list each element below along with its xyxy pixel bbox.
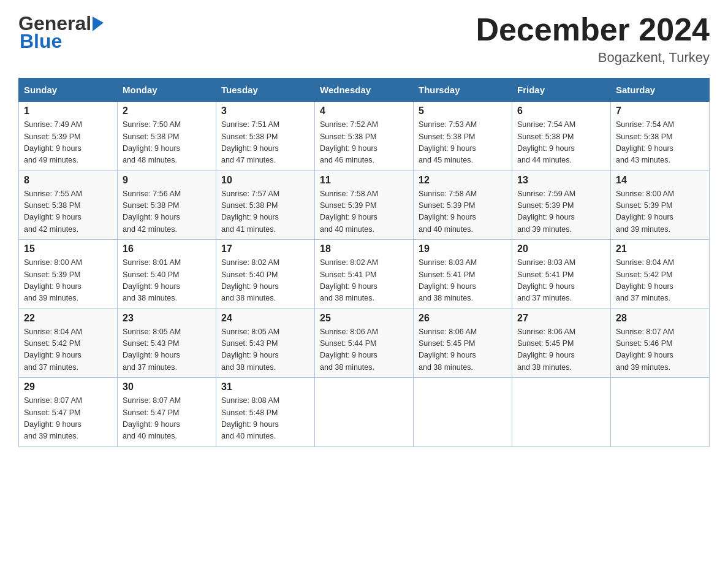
day-cell: 6Sunrise: 7:54 AMSunset: 5:38 PMDaylight…: [512, 102, 611, 171]
day-info: Sunrise: 7:58 AMSunset: 5:39 PMDaylight:…: [320, 190, 378, 234]
day-number: 7: [616, 105, 704, 117]
header-row: SundayMondayTuesdayWednesdayThursdayFrid…: [19, 79, 710, 102]
location: Bogazkent, Turkey: [476, 50, 710, 66]
day-info: Sunrise: 8:07 AMSunset: 5:46 PMDaylight:…: [616, 327, 674, 372]
week-row-3: 15Sunrise: 8:00 AMSunset: 5:39 PMDayligh…: [19, 240, 710, 309]
day-cell: 13Sunrise: 7:59 AMSunset: 5:39 PMDayligh…: [512, 170, 611, 240]
day-number: 5: [419, 105, 507, 117]
day-cell: 5Sunrise: 7:53 AMSunset: 5:38 PMDaylight…: [414, 102, 512, 171]
day-number: 19: [419, 243, 507, 255]
day-number: 24: [221, 313, 309, 324]
logo: General Blue: [18, 12, 106, 53]
day-number: 15: [24, 243, 112, 255]
day-cell: 26Sunrise: 8:06 AMSunset: 5:45 PMDayligh…: [414, 308, 512, 378]
day-cell: 19Sunrise: 8:03 AMSunset: 5:41 PMDayligh…: [414, 240, 512, 309]
day-info: Sunrise: 7:57 AMSunset: 5:38 PMDaylight:…: [221, 190, 279, 234]
day-number: 12: [419, 175, 507, 186]
day-cell: 8Sunrise: 7:55 AMSunset: 5:38 PMDaylight…: [19, 170, 118, 240]
day-info: Sunrise: 7:51 AMSunset: 5:38 PMDaylight:…: [221, 120, 279, 164]
day-info: Sunrise: 8:06 AMSunset: 5:45 PMDaylight:…: [517, 327, 575, 372]
day-info: Sunrise: 7:53 AMSunset: 5:38 PMDaylight:…: [419, 120, 477, 164]
day-cell: 4Sunrise: 7:52 AMSunset: 5:38 PMDaylight…: [315, 102, 414, 171]
day-info: Sunrise: 7:54 AMSunset: 5:38 PMDaylight:…: [517, 120, 575, 164]
day-number: 20: [517, 243, 605, 255]
day-info: Sunrise: 7:52 AMSunset: 5:38 PMDaylight:…: [320, 120, 378, 164]
day-number: 26: [419, 313, 507, 324]
day-cell: [611, 378, 710, 447]
day-cell: 7Sunrise: 7:54 AMSunset: 5:38 PMDaylight…: [611, 102, 710, 171]
day-cell: 17Sunrise: 8:02 AMSunset: 5:40 PMDayligh…: [216, 240, 315, 309]
day-info: Sunrise: 7:56 AMSunset: 5:38 PMDaylight:…: [123, 190, 181, 234]
day-cell: 20Sunrise: 8:03 AMSunset: 5:41 PMDayligh…: [512, 240, 611, 309]
day-number: 13: [517, 175, 605, 186]
day-number: 6: [517, 105, 605, 117]
day-cell: 12Sunrise: 7:58 AMSunset: 5:39 PMDayligh…: [414, 170, 512, 240]
day-info: Sunrise: 8:06 AMSunset: 5:44 PMDaylight:…: [320, 327, 378, 372]
col-header-thursday: Thursday: [414, 79, 512, 102]
day-cell: 15Sunrise: 8:00 AMSunset: 5:39 PMDayligh…: [19, 240, 118, 309]
col-header-friday: Friday: [512, 79, 611, 102]
day-number: 14: [616, 175, 704, 186]
day-cell: 11Sunrise: 7:58 AMSunset: 5:39 PMDayligh…: [315, 170, 414, 240]
day-number: 3: [221, 105, 309, 117]
day-cell: 9Sunrise: 7:56 AMSunset: 5:38 PMDaylight…: [118, 170, 216, 240]
col-header-tuesday: Tuesday: [216, 79, 315, 102]
day-info: Sunrise: 8:02 AMSunset: 5:41 PMDaylight:…: [320, 258, 378, 302]
day-cell: 22Sunrise: 8:04 AMSunset: 5:42 PMDayligh…: [19, 308, 118, 378]
day-cell: [315, 378, 414, 447]
day-info: Sunrise: 8:03 AMSunset: 5:41 PMDaylight:…: [419, 258, 477, 302]
day-info: Sunrise: 7:49 AMSunset: 5:39 PMDaylight:…: [24, 120, 82, 164]
day-cell: 25Sunrise: 8:06 AMSunset: 5:44 PMDayligh…: [315, 308, 414, 378]
col-header-sunday: Sunday: [19, 79, 118, 102]
day-number: 9: [123, 175, 211, 186]
calendar-header: SundayMondayTuesdayWednesdayThursdayFrid…: [19, 79, 710, 102]
day-info: Sunrise: 7:58 AMSunset: 5:39 PMDaylight:…: [419, 190, 477, 234]
day-cell: [512, 378, 611, 447]
day-number: 27: [517, 313, 605, 324]
day-info: Sunrise: 8:02 AMSunset: 5:40 PMDaylight:…: [221, 258, 279, 302]
day-number: 21: [616, 243, 704, 255]
day-number: 1: [24, 105, 112, 117]
day-number: 8: [24, 175, 112, 186]
day-info: Sunrise: 8:06 AMSunset: 5:45 PMDaylight:…: [419, 327, 477, 372]
page-header: General Blue December 2024 Bogazkent, Tu…: [18, 12, 710, 66]
day-info: Sunrise: 8:00 AMSunset: 5:39 PMDaylight:…: [616, 190, 674, 234]
day-info: Sunrise: 8:05 AMSunset: 5:43 PMDaylight:…: [221, 327, 279, 372]
day-number: 16: [123, 243, 211, 255]
col-header-saturday: Saturday: [611, 79, 710, 102]
day-cell: 31Sunrise: 8:08 AMSunset: 5:48 PMDayligh…: [216, 378, 315, 447]
day-cell: 21Sunrise: 8:04 AMSunset: 5:42 PMDayligh…: [611, 240, 710, 309]
day-info: Sunrise: 8:07 AMSunset: 5:47 PMDaylight:…: [24, 396, 82, 440]
day-info: Sunrise: 7:59 AMSunset: 5:39 PMDaylight:…: [517, 190, 575, 234]
col-header-wednesday: Wednesday: [315, 79, 414, 102]
day-info: Sunrise: 8:07 AMSunset: 5:47 PMDaylight:…: [123, 396, 181, 440]
day-cell: [414, 378, 512, 447]
day-info: Sunrise: 7:55 AMSunset: 5:38 PMDaylight:…: [24, 190, 82, 234]
day-cell: 10Sunrise: 7:57 AMSunset: 5:38 PMDayligh…: [216, 170, 315, 240]
day-info: Sunrise: 8:05 AMSunset: 5:43 PMDaylight:…: [123, 327, 181, 372]
logo-blue-text: Blue: [18, 30, 62, 53]
day-number: 11: [320, 175, 408, 186]
col-header-monday: Monday: [118, 79, 216, 102]
month-title: December 2024: [476, 12, 710, 47]
day-info: Sunrise: 8:04 AMSunset: 5:42 PMDaylight:…: [616, 258, 674, 302]
day-cell: 30Sunrise: 8:07 AMSunset: 5:47 PMDayligh…: [118, 378, 216, 447]
day-cell: 29Sunrise: 8:07 AMSunset: 5:47 PMDayligh…: [19, 378, 118, 447]
week-row-4: 22Sunrise: 8:04 AMSunset: 5:42 PMDayligh…: [19, 308, 710, 378]
day-number: 30: [123, 381, 211, 393]
week-row-1: 1Sunrise: 7:49 AMSunset: 5:39 PMDaylight…: [19, 102, 710, 171]
day-info: Sunrise: 8:01 AMSunset: 5:40 PMDaylight:…: [123, 258, 181, 302]
day-cell: 27Sunrise: 8:06 AMSunset: 5:45 PMDayligh…: [512, 308, 611, 378]
day-cell: 23Sunrise: 8:05 AMSunset: 5:43 PMDayligh…: [118, 308, 216, 378]
day-number: 25: [320, 313, 408, 324]
logo-triangle-icon: [93, 14, 106, 31]
day-number: 4: [320, 105, 408, 117]
calendar-table: SundayMondayTuesdayWednesdayThursdayFrid…: [18, 78, 710, 447]
day-number: 28: [616, 313, 704, 324]
day-info: Sunrise: 8:08 AMSunset: 5:48 PMDaylight:…: [221, 396, 279, 440]
svg-marker-0: [93, 17, 104, 31]
week-row-5: 29Sunrise: 8:07 AMSunset: 5:47 PMDayligh…: [19, 378, 710, 447]
day-number: 17: [221, 243, 309, 255]
calendar-body: 1Sunrise: 7:49 AMSunset: 5:39 PMDaylight…: [19, 102, 710, 447]
week-row-2: 8Sunrise: 7:55 AMSunset: 5:38 PMDaylight…: [19, 170, 710, 240]
